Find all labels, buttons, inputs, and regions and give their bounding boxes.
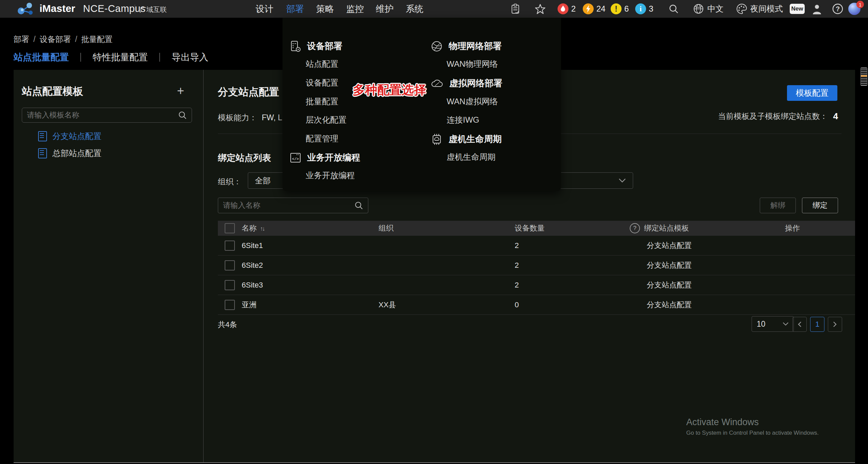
unbind-button[interactable]: 解绑: [760, 198, 796, 213]
language-globe-icon[interactable]: [693, 3, 704, 14]
menu-item-vm-lifecycle[interactable]: 虚机生命周期: [447, 152, 496, 163]
table-row[interactable]: 6Site3 2 分支站点配置: [218, 275, 855, 295]
user-icon[interactable]: [811, 3, 822, 14]
chevron-down-icon: [783, 322, 789, 326]
menu-item-config-management[interactable]: 配置管理: [306, 133, 338, 144]
help-circle-icon[interactable]: ?: [630, 223, 640, 233]
template-search-input[interactable]: [22, 111, 178, 120]
cell-template: 分支站点配置: [630, 280, 785, 290]
cell-name: 亚洲: [242, 300, 379, 310]
app-root: iMaster NCE-Campus 广域互联 设计 部署 策略 监控 维护 系…: [0, 0, 868, 464]
device-deploy-icon: [290, 41, 301, 52]
cell-name: 6Site3: [242, 281, 379, 290]
chevron-down-icon: [618, 178, 626, 183]
annotation-multiple-config-options: 多种配置选择: [353, 82, 426, 98]
cell-device-count: 0: [515, 300, 630, 309]
cell-template: 分支站点配置: [630, 300, 785, 310]
bind-button[interactable]: 绑定: [802, 198, 838, 213]
tab-divider: [80, 53, 81, 62]
brand-suite: NCE-Campus: [83, 3, 146, 14]
breadcrumb: 部署/设备部署/批量配置: [14, 34, 113, 45]
alarm-major-icon[interactable]: [583, 3, 594, 14]
select-all-checkbox[interactable]: [225, 223, 235, 233]
alarm-info-count: 3: [649, 0, 653, 18]
table-header-row: 名称↑↓ 组织 设备数量 ? 绑定站点模板 操作: [218, 221, 855, 236]
page-title: 分支站点配置: [218, 85, 279, 99]
sidebar-item-hq-site-config[interactable]: 总部站点配置: [38, 148, 101, 159]
menu-group-vm-lifecycle[interactable]: 虚机生命周期: [431, 133, 502, 145]
alarm-major-count: 24: [596, 0, 606, 18]
chevron-left-icon: [798, 321, 802, 327]
avatar[interactable]: 1: [848, 3, 861, 15]
nav-monitor[interactable]: 监控: [346, 0, 364, 18]
menu-item-service-open-programming[interactable]: 业务开放编程: [306, 170, 355, 181]
nav-deploy[interactable]: 部署: [286, 0, 304, 18]
row-checkbox[interactable]: [225, 300, 235, 310]
sidebar-title: 站点配置模板: [22, 84, 83, 98]
table-row[interactable]: 亚洲 XX县 0 分支站点配置: [218, 295, 855, 315]
org-label: 组织：: [218, 176, 241, 187]
menu-item-device-config[interactable]: 设备配置: [306, 77, 338, 88]
col-template: ? 绑定站点模板: [630, 223, 785, 233]
page-size-select[interactable]: 10: [752, 316, 794, 332]
menu-item-wan-virtual-network[interactable]: WAN虚拟网络: [447, 96, 498, 107]
tab-site-batch-config[interactable]: 站点批量配置: [14, 51, 69, 63]
menu-group-physical-network-deploy[interactable]: 物理网络部署: [431, 40, 502, 52]
sort-icon[interactable]: ↑↓: [260, 225, 264, 232]
col-name[interactable]: 名称↑↓: [242, 223, 379, 233]
task-list-icon[interactable]: [511, 4, 521, 14]
tab-export-import[interactable]: 导出导入: [172, 51, 208, 63]
whats-new-icon[interactable]: New: [790, 4, 805, 14]
menu-item-site-config[interactable]: 站点配置: [306, 59, 338, 69]
breadcrumb-device-deploy[interactable]: 设备部署: [39, 35, 71, 44]
search-icon[interactable]: [669, 4, 679, 14]
top-bar: iMaster NCE-Campus 广域互联 设计 部署 策略 监控 维护 系…: [0, 0, 868, 18]
sidebar-item-branch-site-config[interactable]: 分支站点配置: [38, 131, 101, 142]
nav-maintain[interactable]: 维护: [376, 0, 393, 18]
table-row[interactable]: 6Site2 2 分支站点配置: [218, 256, 855, 275]
alarm-minor-count: 6: [624, 0, 629, 18]
menu-group-device-deploy[interactable]: 设备部署: [290, 40, 342, 52]
nav-policy[interactable]: 策略: [316, 0, 334, 18]
row-checkbox[interactable]: [225, 260, 235, 270]
alarm-info-icon[interactable]: i: [635, 3, 646, 14]
menu-group-service-open-programming[interactable]: </> 业务开放编程: [290, 152, 360, 164]
cell-org: XX县: [379, 300, 515, 310]
cell-template: 分支站点配置: [630, 260, 785, 270]
svg-text:</>: </>: [292, 157, 299, 161]
menu-item-wan-physical-network[interactable]: WAN物理网络: [447, 59, 498, 69]
favorites-star-icon[interactable]: [534, 3, 546, 15]
search-icon[interactable]: [354, 201, 363, 210]
theme-label[interactable]: 夜间模式: [750, 0, 783, 18]
language-label[interactable]: 中文: [707, 0, 724, 18]
breadcrumb-batch-config[interactable]: 批量配置: [81, 35, 113, 44]
menu-item-hierarchical-config[interactable]: 层次化配置: [306, 114, 347, 125]
vm-chip-icon: [431, 134, 443, 145]
total-count: 共4条: [218, 320, 237, 330]
template-config-button[interactable]: 模板配置: [787, 85, 837, 101]
theme-palette-icon[interactable]: [736, 3, 748, 15]
cell-device-count: 2: [515, 261, 630, 270]
next-page-button[interactable]: [828, 317, 842, 332]
help-icon[interactable]: ?: [832, 3, 843, 15]
alarm-minor-icon[interactable]: !: [611, 3, 622, 14]
row-checkbox[interactable]: [225, 241, 235, 251]
scrollbar[interactable]: [861, 67, 867, 86]
brand-product: iMaster: [39, 3, 75, 14]
nav-design[interactable]: 设计: [256, 0, 273, 18]
site-search-input[interactable]: [218, 201, 354, 210]
tab-feature-batch-config[interactable]: 特性批量配置: [93, 51, 148, 63]
alarm-critical-icon[interactable]: [558, 3, 568, 14]
page-1-button[interactable]: 1: [810, 317, 824, 332]
nav-system[interactable]: 系统: [406, 0, 423, 18]
menu-item-batch-config[interactable]: 批量配置: [306, 96, 338, 107]
search-icon[interactable]: [178, 111, 187, 120]
table-row[interactable]: 6Site1 2 分支站点配置: [218, 236, 855, 256]
row-checkbox[interactable]: [225, 280, 235, 290]
menu-item-connect-iwg[interactable]: 连接IWG: [447, 114, 479, 125]
tab-bar: 站点批量配置 特性批量配置 导出导入: [14, 51, 208, 63]
prev-page-button[interactable]: [792, 317, 807, 332]
menu-group-virtual-network-deploy[interactable]: 虚拟网络部署: [431, 77, 502, 89]
breadcrumb-deploy[interactable]: 部署: [14, 35, 29, 44]
add-template-button[interactable]: +: [177, 86, 184, 96]
